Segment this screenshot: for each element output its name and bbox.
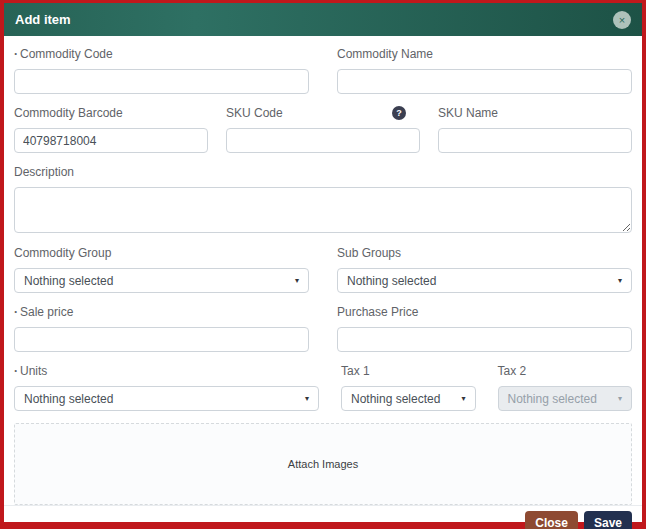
field-sub-groups: Sub Groups Nothing selected ▾ bbox=[337, 245, 632, 293]
commodity-name-input[interactable] bbox=[337, 69, 632, 94]
field-commodity-name: Commodity Name bbox=[337, 46, 632, 94]
selected-value: Nothing selected bbox=[351, 392, 440, 406]
commodity-code-label: · Commodity Code bbox=[14, 46, 309, 62]
chevron-down-icon: ▾ bbox=[618, 394, 622, 403]
sku-name-input[interactable] bbox=[438, 128, 632, 153]
tax1-label: Tax 1 bbox=[341, 363, 476, 379]
field-purchase-price: Purchase Price bbox=[337, 304, 632, 352]
help-icon[interactable]: ? bbox=[392, 106, 406, 120]
units-label: · Units bbox=[14, 363, 319, 379]
sku-code-label: SKU Code ? bbox=[226, 105, 420, 121]
row-sku: Commodity Barcode SKU Code ? SKU Name bbox=[14, 105, 632, 153]
selected-value: Nothing selected bbox=[24, 392, 113, 406]
description-textarea[interactable] bbox=[14, 187, 632, 233]
field-commodity-code: · Commodity Code bbox=[14, 46, 309, 94]
row-groups: Commodity Group Nothing selected ▾ Sub G… bbox=[14, 245, 632, 293]
modal-header: Add item × bbox=[4, 3, 642, 36]
selected-value: Nothing selected bbox=[508, 392, 597, 406]
sku-code-input[interactable] bbox=[226, 128, 420, 153]
field-description: Description bbox=[14, 164, 632, 233]
sale-price-label: · Sale price bbox=[14, 304, 309, 320]
field-commodity-barcode: Commodity Barcode bbox=[14, 105, 208, 153]
field-commodity-group: Commodity Group Nothing selected ▾ bbox=[14, 245, 309, 293]
required-marker: · bbox=[14, 305, 18, 319]
commodity-barcode-input[interactable] bbox=[14, 128, 208, 153]
field-tax1: Tax 1 Nothing selected ▾ bbox=[341, 363, 476, 411]
tax2-select: Nothing selected ▾ bbox=[498, 386, 633, 411]
units-select[interactable]: Nothing selected ▾ bbox=[14, 386, 319, 411]
row-units-tax: · Units Nothing selected ▾ Tax 1 Nothing… bbox=[14, 363, 632, 411]
commodity-barcode-label: Commodity Barcode bbox=[14, 105, 208, 121]
sub-groups-select[interactable]: Nothing selected ▾ bbox=[337, 268, 632, 293]
chevron-down-icon: ▾ bbox=[461, 394, 465, 403]
commodity-group-select[interactable]: Nothing selected ▾ bbox=[14, 268, 309, 293]
chevron-down-icon: ▾ bbox=[618, 276, 622, 285]
row-commodity: · Commodity Code Commodity Name bbox=[14, 46, 632, 94]
sale-price-input[interactable] bbox=[14, 327, 309, 352]
close-icon[interactable]: × bbox=[613, 11, 631, 29]
chevron-down-icon: ▾ bbox=[305, 394, 309, 403]
modal-footer: Close Save bbox=[4, 505, 642, 529]
attach-images-label: Attach Images bbox=[288, 458, 358, 470]
field-sku-code: SKU Code ? bbox=[226, 105, 420, 153]
sku-name-label: SKU Name bbox=[438, 105, 632, 121]
field-sale-price: · Sale price bbox=[14, 304, 309, 352]
row-prices: · Sale price Purchase Price bbox=[14, 304, 632, 352]
required-marker: · bbox=[14, 364, 18, 378]
sub-groups-label: Sub Groups bbox=[337, 245, 632, 261]
commodity-group-label: Commodity Group bbox=[14, 245, 309, 261]
selected-value: Nothing selected bbox=[347, 274, 436, 288]
modal-body: · Commodity Code Commodity Name Commodit… bbox=[4, 36, 642, 505]
field-units: · Units Nothing selected ▾ bbox=[14, 363, 319, 411]
save-button[interactable]: Save bbox=[584, 511, 632, 529]
close-button[interactable]: Close bbox=[525, 511, 578, 529]
add-item-modal: Add item × · Commodity Code Commodity Na… bbox=[0, 0, 646, 529]
attach-images-dropzone[interactable]: Attach Images bbox=[14, 423, 632, 505]
modal-title: Add item bbox=[15, 12, 71, 27]
commodity-code-input[interactable] bbox=[14, 69, 309, 94]
purchase-price-input[interactable] bbox=[337, 327, 632, 352]
purchase-price-label: Purchase Price bbox=[337, 304, 632, 320]
required-marker: · bbox=[14, 47, 18, 61]
field-sku-name: SKU Name bbox=[438, 105, 632, 153]
selected-value: Nothing selected bbox=[24, 274, 113, 288]
tax1-select[interactable]: Nothing selected ▾ bbox=[341, 386, 476, 411]
field-tax2: Tax 2 Nothing selected ▾ bbox=[498, 363, 633, 411]
commodity-name-label: Commodity Name bbox=[337, 46, 632, 62]
description-label: Description bbox=[14, 164, 632, 180]
tax2-label: Tax 2 bbox=[498, 363, 633, 379]
chevron-down-icon: ▾ bbox=[295, 276, 299, 285]
